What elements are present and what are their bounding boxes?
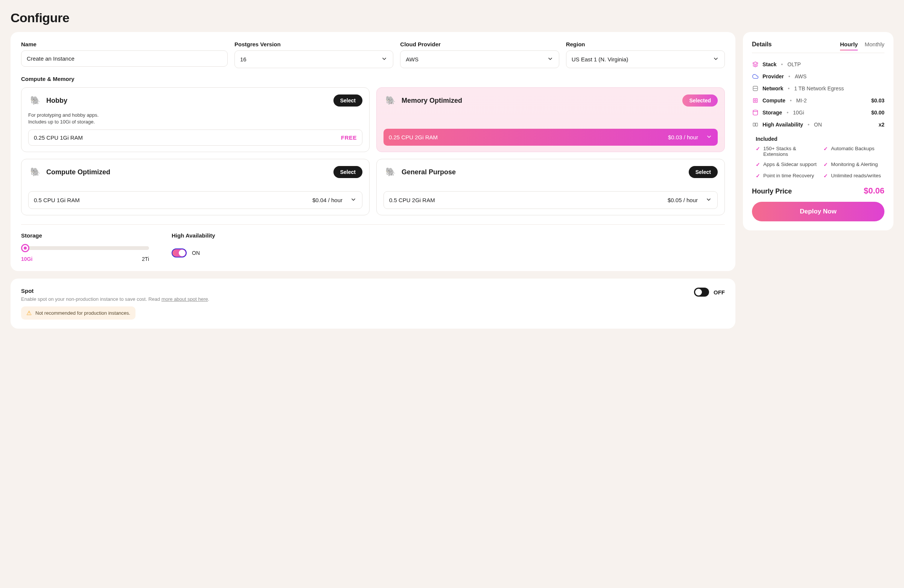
divider bbox=[21, 224, 725, 225]
tier-general-spec-dropdown[interactable]: 0.5 CPU 2Gi RAM $0.05 / hour bbox=[384, 191, 718, 209]
page-title: Configure bbox=[11, 11, 893, 25]
toggle-knob bbox=[695, 289, 702, 296]
tier-memory-optimized: 🐘 Memory Optimized Selected 0.25 CPU 2Gi… bbox=[376, 87, 725, 152]
cloud-value: AWS bbox=[406, 56, 419, 63]
spot-panel: Spot Enable spot on your non-production … bbox=[11, 278, 735, 329]
check-icon: ✓ bbox=[756, 146, 760, 152]
tier-hobby: 🐘 Hobby Select For prototyping and hobby… bbox=[21, 87, 370, 152]
cloud-icon bbox=[752, 73, 759, 79]
tier-memory-spec-dropdown[interactable]: 0.25 CPU 2Gi RAM $0.03 / hour bbox=[384, 129, 718, 146]
spot-link[interactable]: more about spot here bbox=[161, 296, 208, 302]
storage-slider-thumb[interactable] bbox=[21, 244, 29, 252]
chevron-down-icon bbox=[381, 55, 388, 63]
tab-monthly[interactable]: Monthly bbox=[864, 41, 884, 51]
tier-hobby-select-button[interactable]: Select bbox=[333, 95, 362, 106]
warning-icon: ⚠ bbox=[26, 310, 32, 316]
pg-label: Postgres Version bbox=[234, 41, 393, 47]
tier-hobby-spec: 0.25 CPU 1Gi RAM bbox=[34, 134, 83, 141]
name-input[interactable]: Create an Instance bbox=[21, 51, 228, 66]
included-item: ✓Monitoring & Alerting bbox=[823, 161, 884, 168]
spot-toggle[interactable] bbox=[694, 288, 709, 297]
svg-rect-4 bbox=[755, 100, 756, 101]
toggle-knob bbox=[179, 250, 185, 256]
deploy-button[interactable]: Deploy Now bbox=[752, 202, 884, 221]
region-select[interactable]: US East 1 (N. Virginia) bbox=[566, 51, 725, 68]
storage-label: Storage bbox=[21, 232, 149, 239]
spot-warning: ⚠ Not recommended for production instanc… bbox=[21, 307, 136, 319]
detail-network: Network•1 TB Network Egress bbox=[752, 82, 884, 95]
check-icon: ✓ bbox=[823, 173, 828, 180]
included-title: Included bbox=[756, 136, 884, 142]
main-column: Name Create an Instance Postgres Version… bbox=[11, 32, 735, 329]
storage-ha-row: Storage 10Gi 2Ti High Availability bbox=[21, 232, 725, 262]
ha-icon bbox=[752, 122, 759, 128]
configure-panel: Name Create an Instance Postgres Version… bbox=[11, 32, 735, 271]
database-icon bbox=[752, 109, 759, 115]
chevron-down-icon bbox=[706, 133, 713, 141]
field-region: Region US East 1 (N. Virginia) bbox=[566, 41, 725, 68]
svg-marker-0 bbox=[753, 62, 758, 64]
tier-general-spec: 0.5 CPU 2Gi RAM bbox=[389, 197, 435, 203]
tier-memory-price: $0.03 / hour bbox=[668, 134, 698, 141]
cloud-select[interactable]: AWS bbox=[400, 51, 559, 68]
region-label: Region bbox=[566, 41, 725, 47]
tier-compute-select-button[interactable]: Select bbox=[333, 166, 362, 178]
tier-compute-spec-dropdown[interactable]: 0.5 CPU 1Gi RAM $0.04 / hour bbox=[28, 191, 362, 209]
chevron-down-icon bbox=[705, 196, 712, 204]
storage-scale: 10Gi 2Ti bbox=[21, 256, 149, 262]
name-value: Create an Instance bbox=[27, 55, 74, 62]
cloud-label: Cloud Provider bbox=[400, 41, 559, 47]
included-item: ✓Point in time Recovery bbox=[756, 173, 817, 180]
spot-warning-text: Not recommended for production instances… bbox=[35, 310, 130, 316]
tier-general-price: $0.05 / hour bbox=[668, 197, 698, 203]
price-label: Hourly Price bbox=[752, 188, 792, 195]
price-amount: $0.06 bbox=[864, 186, 884, 196]
elephant-icon: 🐘 bbox=[384, 94, 397, 107]
tier-compute-optimized: 🐘 Compute Optimized Select 0.5 CPU 1Gi R… bbox=[21, 159, 370, 215]
compute-section-label: Compute & Memory bbox=[21, 76, 725, 82]
elephant-icon: 🐘 bbox=[28, 94, 42, 107]
tier-memory-spec: 0.25 CPU 2Gi RAM bbox=[389, 134, 438, 141]
chevron-down-icon bbox=[547, 55, 554, 63]
tier-general-select-button[interactable]: Select bbox=[689, 166, 718, 178]
included-item: ✓Unlimited reads/writes bbox=[823, 173, 884, 180]
check-icon: ✓ bbox=[823, 161, 828, 168]
tier-hobby-name: Hobby bbox=[46, 97, 67, 105]
tier-memory-name: Memory Optimized bbox=[401, 97, 462, 105]
spot-desc: Enable spot on your non-production insta… bbox=[21, 296, 209, 302]
field-postgres-version: Postgres Version 16 bbox=[234, 41, 393, 68]
included-item: ✓150+ Stacks & Extensions bbox=[756, 146, 817, 157]
pg-select[interactable]: 16 bbox=[234, 51, 393, 68]
ha-state: ON bbox=[192, 250, 200, 256]
detail-provider: Provider•AWS bbox=[752, 70, 884, 82]
storage-max: 2Ti bbox=[142, 256, 149, 262]
ha-label: High Availability bbox=[172, 232, 215, 239]
tier-memory-selected-badge: Selected bbox=[682, 95, 718, 106]
tab-hourly[interactable]: Hourly bbox=[840, 41, 858, 51]
network-icon bbox=[752, 85, 759, 92]
chevron-down-icon bbox=[350, 196, 357, 204]
chevron-down-icon bbox=[713, 55, 719, 63]
ha-block: High Availability ON bbox=[172, 232, 215, 262]
check-icon: ✓ bbox=[823, 146, 828, 152]
field-name: Name Create an Instance bbox=[21, 41, 228, 68]
svg-point-5 bbox=[753, 110, 758, 111]
storage-slider[interactable] bbox=[21, 244, 149, 252]
tier-compute-name: Compute Optimized bbox=[46, 168, 110, 176]
svg-rect-6 bbox=[753, 123, 755, 126]
check-icon: ✓ bbox=[756, 161, 760, 168]
spot-state: OFF bbox=[714, 289, 725, 296]
tier-hobby-desc: For prototyping and hobby apps. Includes… bbox=[28, 112, 362, 125]
detail-stack: Stack•OLTP bbox=[752, 58, 884, 70]
stack-icon bbox=[752, 62, 759, 67]
cpu-icon bbox=[752, 98, 759, 104]
ha-toggle[interactable] bbox=[172, 248, 186, 258]
field-cloud-provider: Cloud Provider AWS bbox=[400, 41, 559, 68]
svg-rect-7 bbox=[756, 123, 758, 126]
storage-slider-rail bbox=[25, 246, 149, 250]
tier-general-purpose: 🐘 General Purpose Select 0.5 CPU 2Gi RAM… bbox=[376, 159, 725, 215]
tier-general-name: General Purpose bbox=[401, 168, 456, 176]
tier-hobby-spec-row: 0.25 CPU 1Gi RAM FREE bbox=[28, 130, 362, 146]
included-block: Included ✓150+ Stacks & Extensions ✓Auto… bbox=[756, 136, 884, 179]
elephant-icon: 🐘 bbox=[28, 165, 42, 179]
